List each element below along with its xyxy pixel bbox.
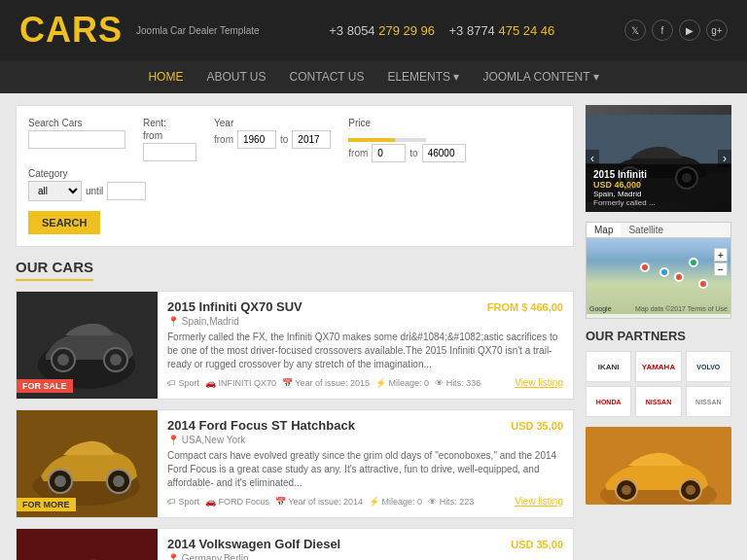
nav-joomla[interactable]: JOOMLA CONTENT ▾ bbox=[482, 70, 598, 84]
search-button[interactable]: SEARCH bbox=[28, 211, 100, 234]
map-pin-3 bbox=[674, 272, 684, 282]
car-details-3: 2014 Volkswagen Golf Diesel USD 35,00 📍 … bbox=[158, 529, 573, 560]
year-to-input[interactable] bbox=[292, 130, 331, 149]
svg-point-5 bbox=[110, 354, 122, 366]
tag-model-1: 🚗 INFINITI QX70 bbox=[205, 378, 276, 388]
map-zoom-out[interactable]: − bbox=[714, 262, 728, 276]
price-slider bbox=[348, 138, 426, 142]
map-pin-1 bbox=[640, 262, 650, 272]
car-tags-2: 🏷 Sport 🚗 FORD Focus 📅 Year of issue: 20… bbox=[167, 496, 563, 507]
car-badge-2: FOR MORE bbox=[17, 498, 76, 511]
map-tabs: Map Satellite bbox=[587, 223, 730, 238]
rent-from-label: from bbox=[143, 130, 196, 141]
logo-subtitle: Joomla Car Dealer Template bbox=[136, 25, 260, 36]
partner-yamaha: YAMAHA bbox=[635, 351, 681, 382]
main-content: Search Cars Rent: from Year from to bbox=[0, 93, 747, 560]
until-label: until bbox=[86, 186, 103, 196]
nav-contact[interactable]: CONTACT US bbox=[290, 70, 365, 84]
car-card-2: FOR MORE 2014 Ford Focus ST Hatchback US… bbox=[16, 409, 574, 518]
car-desc-2: Compact cars have evolved greatly since … bbox=[167, 449, 563, 490]
year-to-label: to bbox=[280, 134, 288, 145]
map-tab-satellite[interactable]: Satellite bbox=[621, 223, 671, 237]
featured-car-slider: 2015 Infiniti USD 46,000 Spain, Madrid F… bbox=[586, 105, 731, 212]
rent-from-input[interactable] bbox=[143, 143, 196, 161]
car-location-2: 📍 USA,New York bbox=[167, 435, 563, 445]
partners-section: OUR PARTNERS IKANI YAMAHA VOLVO HONDA NI… bbox=[586, 329, 731, 505]
featured-overlay: 2015 Infiniti USD 46,000 Spain, Madrid F… bbox=[586, 164, 731, 212]
search-box: Search Cars Rent: from Year from to bbox=[16, 105, 574, 247]
phone1-prefix: +3 8054 bbox=[329, 23, 374, 38]
tag-mileage-2: ⚡ Mileage: 0 bbox=[369, 497, 422, 507]
car-title-2: 2014 Ford Focus ST Hatchback bbox=[167, 418, 355, 433]
slider-prev-button[interactable]: ‹ bbox=[586, 150, 599, 167]
category-label: Category bbox=[28, 168, 146, 179]
map-box: Map Satellite + − Google Map data ©2017 … bbox=[586, 222, 731, 319]
car-price-3: USD 35,00 bbox=[511, 539, 563, 550]
svg-rect-12 bbox=[17, 529, 158, 560]
header: CARS Joomla Car Dealer Template +3 8054 … bbox=[0, 0, 747, 60]
header-phones: +3 8054 279 29 96 +3 8774 475 24 46 bbox=[329, 23, 554, 38]
map-zoom-in[interactable]: + bbox=[714, 248, 728, 262]
category-select[interactable]: all bbox=[28, 181, 82, 201]
tag-sport-1: 🏷 Sport bbox=[167, 378, 199, 388]
map-pin-5 bbox=[698, 279, 708, 289]
car-price-2: USD 35,00 bbox=[511, 420, 563, 432]
tag-sport-2: 🏷 Sport bbox=[167, 497, 199, 507]
facebook-icon[interactable]: f bbox=[652, 19, 673, 41]
car-image-wrap-1: FOR SALE bbox=[17, 292, 158, 399]
car-title-3: 2014 Volkswagen Golf Diesel bbox=[167, 537, 340, 551]
nav-home[interactable]: HOME bbox=[148, 70, 183, 84]
until-input[interactable] bbox=[107, 182, 146, 200]
svg-point-29 bbox=[622, 485, 631, 495]
map-pin-4 bbox=[689, 258, 698, 267]
price-from-input[interactable] bbox=[372, 144, 406, 162]
rent-label: Rent: bbox=[143, 118, 196, 128]
map-tab-map[interactable]: Map bbox=[587, 223, 621, 237]
youtube-icon[interactable]: ▶ bbox=[679, 19, 700, 41]
googleplus-icon[interactable]: g+ bbox=[706, 19, 728, 41]
car-card-1: FOR SALE 2015 Infiniti QX70 SUV FROM $ 4… bbox=[16, 291, 574, 400]
search-cars-label: Search Cars bbox=[28, 118, 125, 128]
nav: HOME ABOUT US CONTACT US ELEMENTS ▾ JOOM… bbox=[0, 60, 747, 93]
svg-point-3 bbox=[57, 354, 69, 366]
featured-price: USD 46,000 bbox=[593, 180, 724, 190]
car-location-1: 📍 Spain,Madrid bbox=[167, 316, 563, 327]
tag-year-1: 📅 Year of issue: 2015 bbox=[282, 378, 370, 388]
google-logo: Google bbox=[589, 305, 612, 312]
slider-next-button[interactable]: › bbox=[718, 150, 731, 167]
partner-nissan2: NISSAN bbox=[686, 386, 731, 417]
partner-volvo: VOLVO bbox=[686, 351, 731, 382]
year-from-input[interactable] bbox=[237, 130, 276, 149]
partner-ikani: IKANI bbox=[586, 351, 631, 382]
our-cars-section: OUR CARS bbox=[16, 259, 574, 560]
view-listing-2[interactable]: View listing bbox=[515, 496, 563, 507]
price-to-input[interactable] bbox=[422, 144, 466, 162]
tag-year-2: 📅 Year of issue: 2014 bbox=[275, 497, 363, 507]
twitter-icon[interactable]: 𝕏 bbox=[624, 19, 646, 41]
partners-title: OUR PARTNERS bbox=[586, 329, 731, 343]
svg-point-9 bbox=[54, 475, 66, 487]
car-title-1: 2015 Infiniti QX70 SUV bbox=[167, 299, 302, 314]
tag-hits-1: 👁 Hits: 336 bbox=[435, 378, 480, 388]
svg-point-11 bbox=[113, 475, 124, 487]
view-listing-1[interactable]: View listing bbox=[515, 377, 563, 388]
price-from-label: from bbox=[348, 148, 368, 158]
featured-desc: Formerly called ... bbox=[593, 198, 724, 207]
price-to-label: to bbox=[409, 148, 417, 158]
map-footer: Map data ©2017 Terms of Use bbox=[635, 305, 728, 312]
nav-about[interactable]: ABOUT US bbox=[206, 70, 266, 84]
featured-bottom-car bbox=[586, 427, 731, 505]
partners-grid: IKANI YAMAHA VOLVO HONDA NISSAN NISSAN bbox=[586, 351, 731, 417]
car-image-wrap-2: FOR MORE bbox=[17, 410, 158, 517]
car-desc-1: Formerly called the FX, the Infiniti QX7… bbox=[167, 331, 563, 371]
featured-year-model: 2015 Infiniti bbox=[593, 169, 724, 180]
svg-point-31 bbox=[686, 485, 695, 495]
year-label: Year bbox=[214, 118, 331, 128]
partner-honda: HONDA bbox=[586, 386, 631, 417]
phone1-number: 279 29 96 bbox=[375, 23, 435, 38]
right-column: 2015 Infiniti USD 46,000 Spain, Madrid F… bbox=[586, 105, 731, 560]
nav-elements[interactable]: ELEMENTS ▾ bbox=[387, 70, 459, 84]
car-details-2: 2014 Ford Focus ST Hatchback USD 35,00 📍… bbox=[158, 410, 573, 517]
search-cars-input[interactable] bbox=[28, 130, 125, 149]
car-tags-1: 🏷 Sport 🚗 INFINITI QX70 📅 Year of issue:… bbox=[167, 377, 563, 388]
